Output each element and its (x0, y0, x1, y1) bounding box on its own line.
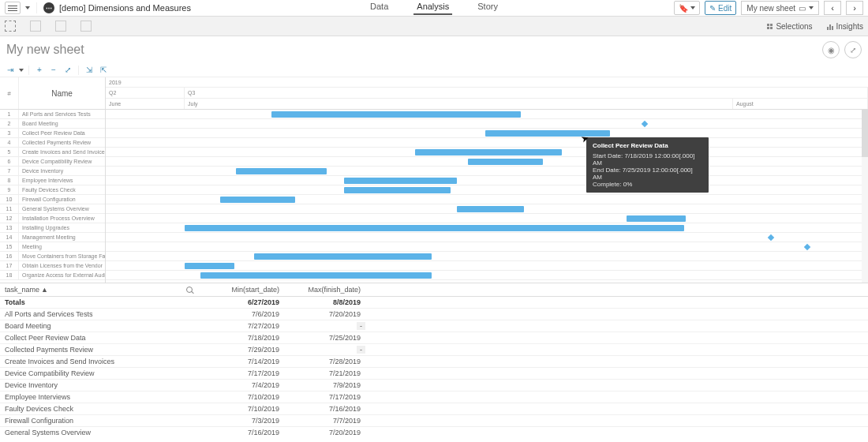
gantt-row[interactable]: 7Device Inventory (0, 167, 105, 176)
cell-min[interactable]: 7/17/2019 (197, 368, 284, 380)
cell-max[interactable]: 7/7/2019 (284, 415, 365, 427)
gantt-row-name[interactable]: Move Containers from Storage Facility (19, 252, 105, 260)
gantt-timeline[interactable]: 2019 Q2 Q3 June July August Collect Peer… (106, 77, 868, 283)
gantt-bar-row[interactable] (106, 138, 868, 148)
cell-max[interactable]: - (284, 344, 365, 356)
smart-search-button[interactable] (5, 21, 16, 32)
cell-min[interactable]: 7/18/2019 (197, 332, 284, 344)
gantt-row-name[interactable]: Collect Peer Review Data (19, 129, 105, 137)
gantt-milestone[interactable] (642, 121, 648, 127)
gantt-row-name[interactable]: Firewall Configuration (19, 195, 105, 204)
cell-task-name[interactable]: Collect Peer Review Data (0, 332, 197, 344)
gantt-milestone[interactable] (804, 244, 810, 250)
gantt-bar-row[interactable] (106, 119, 868, 129)
gantt-row-name[interactable]: Obtain Licenses from the Vendor (19, 261, 105, 270)
gantt-row[interactable]: 18Organize Access for External Audit Too (0, 271, 105, 280)
gantt-bar[interactable] (185, 263, 234, 269)
gantt-row[interactable]: 17Obtain Licenses from the Vendor (0, 261, 105, 271)
gantt-row-name[interactable]: Board Meeting (19, 119, 105, 128)
table-row[interactable]: Employee Interviews7/10/20197/17/2019 (0, 391, 868, 403)
gantt-row[interactable]: 13Installing Upgrades (0, 223, 105, 233)
col-min-header[interactable]: Min(start_date) (197, 283, 284, 297)
cell-min[interactable]: 7/10/2019 (197, 391, 284, 403)
zoom-in-button[interactable]: + (34, 65, 45, 76)
cell-task-name[interactable]: Device Inventory (0, 380, 197, 391)
table-row[interactable]: Collected Payments Review7/29/2019- (0, 344, 868, 356)
cell-task-name[interactable]: Faulty Devices Check (0, 403, 197, 415)
sheet-title[interactable]: My new sheet (6, 43, 84, 57)
gantt-row-name[interactable]: Collected Payments Review (19, 138, 105, 147)
gantt-row[interactable]: 5Create Invoices and Send Invoices (0, 148, 105, 157)
gantt-bar-row[interactable] (106, 157, 868, 167)
cell-task-name[interactable]: Employee Interviews (0, 391, 197, 403)
table-row[interactable]: Device Inventory7/4/20197/9/2019 (0, 380, 868, 391)
gantt-bar-row[interactable] (106, 204, 868, 214)
cell-min[interactable]: 7/29/2019 (197, 344, 284, 356)
gantt-row[interactable]: 15Meeting (0, 242, 105, 252)
gantt-row-name[interactable]: Installing Upgrades (19, 223, 105, 232)
table-row[interactable]: Device Compatibility Review7/17/20197/21… (0, 368, 868, 380)
gantt-row[interactable]: 1All Ports and Services Tests (0, 110, 105, 119)
collapse-all-button[interactable]: ⇱ (98, 65, 109, 76)
cell-min[interactable]: 7/10/2019 (197, 403, 284, 415)
table-row[interactable]: Board Meeting7/27/2019- (0, 320, 868, 332)
search-icon[interactable] (186, 287, 193, 293)
nav-story[interactable]: Story (474, 2, 501, 15)
fullscreen-button[interactable]: ⤢ (844, 41, 862, 58)
cell-max[interactable]: 7/28/2019 (284, 356, 365, 368)
nav-data[interactable]: Data (367, 2, 391, 15)
nav-analysis[interactable]: Analysis (413, 2, 452, 15)
edit-button[interactable]: ✎ Edit (705, 1, 736, 15)
gantt-milestone[interactable] (768, 234, 774, 241)
gantt-row-name[interactable]: Management Meeting (19, 233, 105, 242)
cell-task-name[interactable]: Create Invoices and Send Invoices (0, 356, 197, 368)
cell-max[interactable]: 7/17/2019 (284, 391, 365, 403)
gantt-row[interactable]: 12Installation Process Overview (0, 214, 105, 223)
gantt-row-name[interactable]: General Systems Overview (19, 204, 105, 213)
gantt-bar-row[interactable] (106, 252, 868, 261)
gantt-bar-row[interactable] (106, 233, 868, 242)
sheet-selector[interactable]: My new sheet ▭ (741, 1, 819, 15)
gantt-bar-row[interactable] (106, 261, 868, 271)
gantt-row[interactable]: 3Collect Peer Review Data (0, 129, 105, 138)
scrollbar[interactable] (862, 110, 868, 283)
cell-max[interactable]: 7/20/2019 (284, 309, 365, 320)
cell-task-name[interactable]: General Systems Overview (0, 427, 197, 438)
gantt-bar-row[interactable] (106, 223, 868, 233)
cell-task-name[interactable]: All Ports and Services Tests (0, 309, 197, 320)
table-row[interactable]: Create Invoices and Send Invoices7/14/20… (0, 356, 868, 368)
table-row[interactable]: Faulty Devices Check7/10/20197/16/2019 (0, 403, 868, 415)
cell-max[interactable]: - (284, 320, 365, 332)
table-row[interactable]: Collect Peer Review Data7/18/20197/25/20… (0, 332, 868, 344)
gantt-name-header[interactable]: Name (19, 77, 105, 109)
cell-min[interactable]: 7/14/2019 (197, 356, 284, 368)
gantt-bar-row[interactable] (106, 195, 868, 204)
gantt-bar[interactable] (485, 130, 610, 137)
chevron-down-icon[interactable] (19, 69, 24, 72)
col-max-header[interactable]: Max(finish_date) (284, 283, 365, 297)
gantt-bar[interactable] (271, 111, 521, 118)
gantt-bar-row[interactable] (106, 214, 868, 223)
gantt-bar[interactable] (236, 168, 327, 174)
gantt-bar-row[interactable] (106, 242, 868, 252)
gantt-bar[interactable] (457, 206, 524, 212)
export-button[interactable]: ⇥ (5, 65, 16, 76)
cell-min[interactable]: 7/3/2019 (197, 415, 284, 427)
selections-button[interactable]: Selections (767, 22, 812, 31)
gantt-bar-row[interactable] (106, 176, 868, 185)
table-row[interactable]: General Systems Overview7/16/20197/20/20… (0, 427, 868, 438)
table-row[interactable]: Firewall Configuration7/3/20197/7/2019 (0, 415, 868, 427)
gantt-row[interactable]: 9Faulty Devices Check (0, 185, 105, 195)
gantt-row[interactable]: 16Move Containers from Storage Facility (0, 252, 105, 261)
gantt-chart[interactable]: # Name 1All Ports and Services Tests2Boa… (0, 77, 868, 283)
gantt-bar[interactable] (200, 272, 432, 279)
table-row[interactable]: All Ports and Services Tests7/6/20197/20… (0, 309, 868, 320)
cell-max[interactable]: 7/16/2019 (284, 403, 365, 415)
menu-button[interactable] (5, 2, 21, 14)
cell-max[interactable]: 7/20/2019 (284, 427, 365, 438)
gantt-bar-row[interactable] (106, 167, 868, 176)
cell-min[interactable]: 7/16/2019 (197, 427, 284, 438)
cell-task-name[interactable]: Firewall Configuration (0, 415, 197, 427)
gantt-bar[interactable] (220, 197, 295, 203)
cell-max[interactable]: 7/9/2019 (284, 380, 365, 391)
